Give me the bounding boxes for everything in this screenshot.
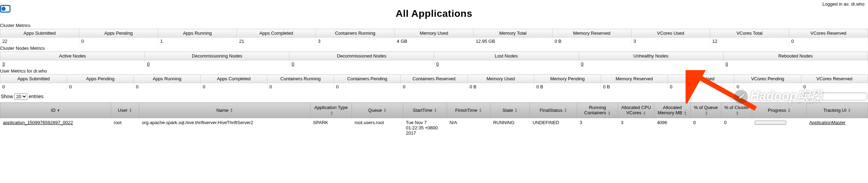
col-vcores-reserved[interactable]: VCores Reserved: [789, 29, 868, 38]
sort-icon: ▲▼: [608, 111, 611, 116]
col-u-containers-reserved[interactable]: Containers Reserved: [401, 75, 467, 83]
progress-bar: [755, 121, 786, 125]
cell-vcores: 3: [618, 118, 654, 137]
col-u-apps-completed[interactable]: Apps Completed: [200, 75, 267, 83]
entries-count-select[interactable]: 20: [14, 93, 27, 100]
sort-icon: ▲▼: [643, 111, 646, 116]
col-alloc-memory[interactable]: Allocated Memory MB▲▼: [654, 103, 690, 118]
sort-desc-icon: ▼: [57, 109, 60, 112]
col-decom-nodes[interactable]: Decommissioning Nodes: [145, 52, 289, 60]
table-row: 3 0 0 0 0 0: [0, 60, 868, 68]
rebooted-nodes-link[interactable]: 0: [726, 61, 728, 67]
col-name[interactable]: Name▲▼: [139, 103, 311, 118]
page-title: All Applications: [0, 8, 868, 19]
col-apps-running[interactable]: Apps Running: [158, 29, 237, 38]
col-memory-total[interactable]: Memory Total: [473, 29, 552, 38]
sort-icon: ▲▼: [564, 108, 567, 113]
show-label: Show: [1, 94, 13, 99]
cluster-nodes-label: Cluster Nodes Metrics: [0, 45, 868, 52]
col-pct-queue[interactable]: % of Queue▲▼: [690, 103, 721, 118]
cell-type: SPARK: [310, 118, 352, 137]
col-u-vcores-used[interactable]: VCores Used: [668, 75, 734, 83]
col-queue[interactable]: Queue▲▼: [352, 103, 403, 118]
col-u-containers-running[interactable]: Containers Running: [267, 75, 334, 83]
sort-icon: ▲▼: [434, 108, 437, 113]
cell-pct-queue: 0: [690, 118, 721, 137]
filter-input[interactable]: [804, 93, 867, 100]
decomd-nodes-link[interactable]: 0: [292, 61, 294, 67]
sort-icon: ▲▼: [230, 108, 233, 113]
cluster-nodes-table: Active Nodes Decommissioning Nodes Decom…: [0, 52, 868, 68]
col-progress[interactable]: Progress▲▼: [752, 103, 806, 118]
table-row: 0 0 0 0 0 0 0 0 B 0 B 0 B 0 0 0: [0, 83, 868, 91]
col-id[interactable]: ID▼: [0, 103, 111, 118]
col-u-containers-pending[interactable]: Containers Pending: [334, 75, 401, 83]
entries-suffix: entries: [29, 94, 44, 99]
cell-progress: [752, 118, 806, 137]
lost-nodes-link[interactable]: 0: [436, 61, 439, 67]
cluster-metrics-table: Apps Submitted Apps Pending Apps Running…: [0, 29, 868, 45]
col-alloc-vcores[interactable]: Allocated CPU VCores▲▼: [618, 103, 654, 118]
login-status: Logged in as: dr.who: [822, 1, 864, 7]
col-tracking[interactable]: Tracking UI▲▼: [807, 103, 868, 118]
cell-memory: 4096: [654, 118, 690, 137]
applications-table: ID▼ User▲▼ Name▲▼ Application Type▲▼ Que…: [0, 102, 868, 137]
sort-icon: ▲▼: [383, 108, 387, 113]
cell-final: UNDEFINED: [530, 118, 577, 137]
sort-icon: ▲▼: [736, 111, 739, 116]
col-u-vcores-reserved[interactable]: VCores Reserved: [801, 75, 868, 83]
col-u-memory-used[interactable]: Memory Used: [467, 75, 534, 83]
app-id-link[interactable]: application_1509976592897_0022: [3, 120, 73, 125]
sort-icon: ▲▼: [705, 111, 708, 116]
col-u-memory-reserved[interactable]: Memory Reserved: [601, 75, 667, 83]
col-memory-used[interactable]: Memory Used: [395, 29, 474, 38]
col-lost-nodes[interactable]: Lost Nodes: [434, 52, 579, 60]
col-running-containers[interactable]: Running Containers▲▼: [577, 103, 618, 118]
col-u-apps-pending[interactable]: Apps Pending: [67, 75, 134, 83]
cell-pct-cluster: 0: [721, 118, 752, 137]
sort-icon: ▲▼: [330, 111, 333, 116]
col-state[interactable]: State▲▼: [490, 103, 530, 118]
sort-icon: ▲▼: [848, 108, 851, 113]
col-unhealthy-nodes[interactable]: Unhealthy Nodes: [579, 52, 723, 60]
table-row: application_1509976592897_0022 root org.…: [0, 118, 868, 137]
col-vcores-total[interactable]: VCores Total: [710, 29, 789, 38]
unhealthy-nodes-link[interactable]: 0: [581, 61, 583, 67]
user-metrics-table: Apps Submitted Apps Pending Apps Running…: [0, 74, 868, 90]
cell-user: root: [111, 118, 139, 137]
col-u-memory-pending[interactable]: Memory Pending: [534, 75, 601, 83]
cell-start: Tue Nov 7 01:22:35 +0800 2017: [403, 118, 447, 137]
col-finishtime[interactable]: FinishTime▲▼: [447, 103, 490, 118]
user-metrics-label: User Metrics for dr.who: [0, 68, 868, 74]
svg-point-2: [1, 7, 6, 11]
col-apps-submitted[interactable]: Apps Submitted: [0, 29, 79, 38]
col-app-type[interactable]: Application Type▲▼: [310, 103, 352, 118]
col-apps-pending[interactable]: Apps Pending: [79, 29, 158, 38]
cell-name: org.apache.spark.sql.hive.thriftserver.H…: [139, 118, 311, 137]
col-user[interactable]: User▲▼: [111, 103, 139, 118]
col-u-apps-running[interactable]: Apps Running: [134, 75, 200, 83]
decom-nodes-link[interactable]: 0: [147, 61, 149, 67]
col-u-apps-submitted[interactable]: Apps Submitted: [0, 75, 67, 83]
tracking-link[interactable]: ApplicationMaster: [809, 120, 846, 125]
sort-icon: ▲▼: [129, 108, 132, 113]
col-memory-reserved[interactable]: Memory Reserved: [552, 29, 631, 38]
col-vcores-used[interactable]: VCores Used: [631, 29, 710, 38]
col-active-nodes[interactable]: Active Nodes: [0, 52, 145, 60]
sort-icon: ▲▼: [788, 108, 791, 113]
col-finalstatus[interactable]: FinalStatus▲▼: [530, 103, 577, 118]
active-nodes-link[interactable]: 3: [2, 61, 5, 67]
col-starttime[interactable]: StartTime▲▼: [403, 103, 447, 118]
col-pct-cluster[interactable]: % of Cluster▲▼: [721, 103, 752, 118]
col-rebooted-nodes[interactable]: Rebooted Nodes: [723, 52, 868, 60]
cell-queue: root.users.root: [352, 118, 403, 137]
sort-icon: ▲▼: [684, 111, 687, 116]
cluster-metrics-label: Cluster Metrics: [0, 22, 868, 29]
cell-finish: N/A: [447, 118, 490, 137]
col-decomd-nodes[interactable]: Decommissioned Nodes: [289, 52, 434, 60]
cell-state: RUNNING: [490, 118, 530, 137]
col-u-vcores-pending[interactable]: VCores Pending: [734, 75, 801, 83]
col-apps-completed[interactable]: Apps Completed: [237, 29, 316, 38]
sort-icon: ▲▼: [514, 108, 518, 113]
col-containers-running[interactable]: Containers Running: [316, 29, 395, 38]
